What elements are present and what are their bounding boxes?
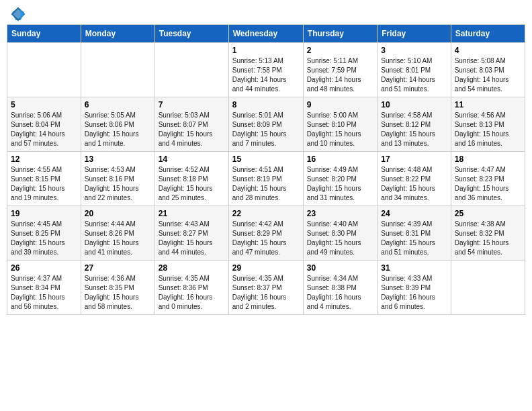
day-number: 18 bbox=[455, 154, 521, 164]
calendar-week-row: 1Sunrise: 5:13 AM Sunset: 7:58 PM Daylig… bbox=[7, 43, 525, 97]
day-of-week-header: Friday bbox=[378, 25, 451, 43]
day-number: 26 bbox=[11, 263, 77, 273]
day-info: Sunrise: 4:35 AM Sunset: 8:37 PM Dayligh… bbox=[232, 274, 300, 312]
day-info: Sunrise: 4:58 AM Sunset: 8:12 PM Dayligh… bbox=[381, 111, 447, 148]
svg-marker-2 bbox=[20, 9, 24, 19]
logo bbox=[9, 7, 26, 19]
day-info: Sunrise: 4:37 AM Sunset: 8:34 PM Dayligh… bbox=[11, 274, 77, 312]
day-info: Sunrise: 4:35 AM Sunset: 8:36 PM Dayligh… bbox=[159, 274, 225, 312]
day-info: Sunrise: 4:44 AM Sunset: 8:26 PM Dayligh… bbox=[85, 220, 151, 257]
calendar-cell: 17Sunrise: 4:48 AM Sunset: 8:22 PM Dayli… bbox=[378, 152, 451, 206]
calendar-cell: 7Sunrise: 5:03 AM Sunset: 8:07 PM Daylig… bbox=[154, 97, 228, 152]
day-number: 1 bbox=[232, 46, 300, 55]
day-info: Sunrise: 4:53 AM Sunset: 8:16 PM Dayligh… bbox=[85, 165, 151, 203]
calendar-cell bbox=[451, 261, 525, 315]
calendar-cell: 18Sunrise: 4:47 AM Sunset: 8:23 PM Dayli… bbox=[451, 152, 525, 206]
logo-icon bbox=[11, 7, 26, 21]
day-number: 7 bbox=[159, 100, 225, 109]
day-number: 27 bbox=[85, 263, 151, 273]
day-number: 23 bbox=[307, 209, 373, 218]
calendar-cell: 13Sunrise: 4:53 AM Sunset: 8:16 PM Dayli… bbox=[81, 152, 154, 206]
calendar-cell bbox=[154, 43, 228, 97]
calendar-cell: 20Sunrise: 4:44 AM Sunset: 8:26 PM Dayli… bbox=[81, 206, 154, 261]
day-info: Sunrise: 4:51 AM Sunset: 8:19 PM Dayligh… bbox=[232, 165, 300, 203]
day-number: 4 bbox=[455, 46, 521, 55]
calendar-cell: 1Sunrise: 5:13 AM Sunset: 7:58 PM Daylig… bbox=[228, 43, 303, 97]
calendar-cell: 22Sunrise: 4:42 AM Sunset: 8:29 PM Dayli… bbox=[228, 206, 303, 261]
calendar-cell: 30Sunrise: 4:34 AM Sunset: 8:38 PM Dayli… bbox=[303, 261, 377, 315]
calendar-cell: 2Sunrise: 5:11 AM Sunset: 7:59 PM Daylig… bbox=[303, 43, 377, 97]
calendar-cell: 15Sunrise: 4:51 AM Sunset: 8:19 PM Dayli… bbox=[228, 152, 303, 206]
day-number: 28 bbox=[159, 263, 225, 273]
calendar-cell: 14Sunrise: 4:52 AM Sunset: 8:18 PM Dayli… bbox=[154, 152, 228, 206]
day-number: 21 bbox=[159, 209, 225, 218]
calendar-cell: 21Sunrise: 4:43 AM Sunset: 8:27 PM Dayli… bbox=[154, 206, 228, 261]
day-info: Sunrise: 5:05 AM Sunset: 8:06 PM Dayligh… bbox=[85, 111, 151, 148]
day-info: Sunrise: 4:43 AM Sunset: 8:27 PM Dayligh… bbox=[159, 220, 225, 257]
day-of-week-header: Thursday bbox=[303, 25, 377, 43]
calendar-table: SundayMondayTuesdayWednesdayThursdayFrid… bbox=[7, 24, 525, 315]
day-of-week-header: Monday bbox=[81, 25, 154, 43]
page-header bbox=[7, 7, 525, 19]
day-info: Sunrise: 4:40 AM Sunset: 8:30 PM Dayligh… bbox=[307, 220, 373, 257]
calendar-cell: 25Sunrise: 4:38 AM Sunset: 8:32 PM Dayli… bbox=[451, 206, 525, 261]
day-number: 25 bbox=[455, 209, 521, 218]
day-number: 9 bbox=[307, 100, 373, 109]
day-info: Sunrise: 5:11 AM Sunset: 7:59 PM Dayligh… bbox=[307, 56, 373, 94]
day-number: 2 bbox=[307, 46, 373, 55]
day-info: Sunrise: 5:01 AM Sunset: 8:09 PM Dayligh… bbox=[232, 111, 300, 148]
calendar-week-row: 26Sunrise: 4:37 AM Sunset: 8:34 PM Dayli… bbox=[7, 261, 525, 315]
calendar-cell: 5Sunrise: 5:06 AM Sunset: 8:04 PM Daylig… bbox=[7, 97, 81, 152]
day-info: Sunrise: 4:49 AM Sunset: 8:20 PM Dayligh… bbox=[307, 165, 373, 203]
calendar-header-row: SundayMondayTuesdayWednesdayThursdayFrid… bbox=[7, 25, 525, 43]
calendar-cell: 3Sunrise: 5:10 AM Sunset: 8:01 PM Daylig… bbox=[378, 43, 451, 97]
day-info: Sunrise: 5:00 AM Sunset: 8:10 PM Dayligh… bbox=[307, 111, 373, 148]
day-info: Sunrise: 5:08 AM Sunset: 8:03 PM Dayligh… bbox=[455, 56, 521, 94]
day-of-week-header: Tuesday bbox=[154, 25, 228, 43]
day-number: 17 bbox=[381, 154, 447, 164]
day-number: 5 bbox=[11, 100, 77, 109]
calendar-cell: 19Sunrise: 4:45 AM Sunset: 8:25 PM Dayli… bbox=[7, 206, 81, 261]
calendar-cell: 28Sunrise: 4:35 AM Sunset: 8:36 PM Dayli… bbox=[154, 261, 228, 315]
day-info: Sunrise: 5:03 AM Sunset: 8:07 PM Dayligh… bbox=[159, 111, 225, 148]
day-info: Sunrise: 4:36 AM Sunset: 8:35 PM Dayligh… bbox=[85, 274, 151, 312]
day-of-week-header: Saturday bbox=[451, 25, 525, 43]
day-number: 8 bbox=[232, 100, 300, 109]
day-info: Sunrise: 4:48 AM Sunset: 8:22 PM Dayligh… bbox=[381, 165, 447, 203]
calendar-cell: 9Sunrise: 5:00 AM Sunset: 8:10 PM Daylig… bbox=[303, 97, 377, 152]
day-of-week-header: Sunday bbox=[7, 25, 81, 43]
calendar-cell: 10Sunrise: 4:58 AM Sunset: 8:12 PM Dayli… bbox=[378, 97, 451, 152]
day-number: 30 bbox=[307, 263, 373, 273]
calendar-cell: 24Sunrise: 4:39 AM Sunset: 8:31 PM Dayli… bbox=[378, 206, 451, 261]
day-info: Sunrise: 5:10 AM Sunset: 8:01 PM Dayligh… bbox=[381, 56, 447, 94]
day-number: 10 bbox=[381, 100, 447, 109]
calendar-week-row: 12Sunrise: 4:55 AM Sunset: 8:15 PM Dayli… bbox=[7, 152, 525, 206]
day-info: Sunrise: 4:52 AM Sunset: 8:18 PM Dayligh… bbox=[159, 165, 225, 203]
day-number: 15 bbox=[232, 154, 300, 164]
calendar-cell bbox=[7, 43, 81, 97]
day-info: Sunrise: 4:47 AM Sunset: 8:23 PM Dayligh… bbox=[455, 165, 521, 203]
calendar-cell bbox=[81, 43, 154, 97]
day-number: 11 bbox=[455, 100, 521, 109]
calendar-cell: 12Sunrise: 4:55 AM Sunset: 8:15 PM Dayli… bbox=[7, 152, 81, 206]
day-number: 31 bbox=[381, 263, 447, 273]
day-info: Sunrise: 5:13 AM Sunset: 7:58 PM Dayligh… bbox=[232, 56, 300, 94]
day-info: Sunrise: 4:45 AM Sunset: 8:25 PM Dayligh… bbox=[11, 220, 77, 257]
day-info: Sunrise: 4:38 AM Sunset: 8:32 PM Dayligh… bbox=[455, 220, 521, 257]
calendar-cell: 23Sunrise: 4:40 AM Sunset: 8:30 PM Dayli… bbox=[303, 206, 377, 261]
day-number: 22 bbox=[232, 209, 300, 218]
day-info: Sunrise: 5:06 AM Sunset: 8:04 PM Dayligh… bbox=[11, 111, 77, 148]
day-info: Sunrise: 4:33 AM Sunset: 8:39 PM Dayligh… bbox=[381, 274, 447, 312]
calendar-cell: 4Sunrise: 5:08 AM Sunset: 8:03 PM Daylig… bbox=[451, 43, 525, 97]
day-info: Sunrise: 4:34 AM Sunset: 8:38 PM Dayligh… bbox=[307, 274, 373, 312]
day-number: 3 bbox=[381, 46, 447, 55]
calendar-cell: 11Sunrise: 4:56 AM Sunset: 8:13 PM Dayli… bbox=[451, 97, 525, 152]
day-number: 14 bbox=[159, 154, 225, 164]
day-number: 6 bbox=[85, 100, 151, 109]
day-number: 13 bbox=[85, 154, 151, 164]
day-info: Sunrise: 4:55 AM Sunset: 8:15 PM Dayligh… bbox=[11, 165, 77, 203]
day-number: 12 bbox=[11, 154, 77, 164]
day-info: Sunrise: 4:56 AM Sunset: 8:13 PM Dayligh… bbox=[455, 111, 521, 148]
calendar-week-row: 5Sunrise: 5:06 AM Sunset: 8:04 PM Daylig… bbox=[7, 97, 525, 152]
day-number: 20 bbox=[85, 209, 151, 218]
